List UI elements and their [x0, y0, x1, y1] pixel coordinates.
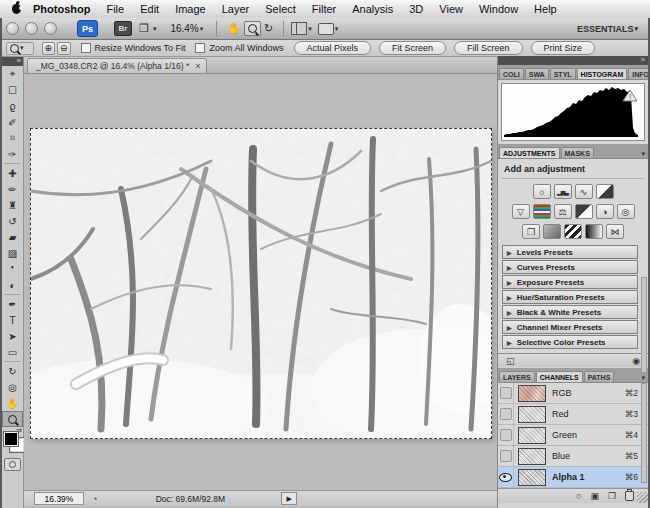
menu-photoshop[interactable]: Photoshop [25, 3, 98, 15]
crop-tool[interactable]: ⌗ [2, 130, 23, 146]
history-brush-tool[interactable]: ↺ [2, 213, 23, 229]
foreground-color-swatch[interactable] [4, 432, 18, 446]
black-white-presets-row[interactable]: ▶Black & White Presets [502, 305, 638, 319]
channel-row-rgb[interactable]: RGB ⌘2 [498, 383, 648, 404]
menu-3d[interactable]: 3D [401, 3, 431, 15]
channel-mixer-icon[interactable]: ◎ [617, 204, 635, 219]
type-tool[interactable]: T [2, 312, 23, 328]
arrange-documents-icon[interactable] [291, 22, 307, 35]
status-menu-icon[interactable]: ◔ [92, 494, 97, 504]
visibility-toggle[interactable] [498, 425, 514, 445]
tab-histogram[interactable]: HISTOGRAM [577, 68, 628, 79]
hue-saturation-presets-row[interactable]: ▶Hue/Saturation Presets [502, 290, 638, 304]
workspace-switcher[interactable]: ESSENTIALS ▾ [577, 24, 644, 34]
photo-filter-icon[interactable]: ◑ [596, 204, 614, 219]
expand-panel-icon[interactable]: ◱ [506, 356, 515, 366]
invert-icon[interactable]: ❒ [522, 224, 540, 239]
visibility-toggle[interactable] [498, 446, 514, 466]
zoom-out-button[interactable]: ⊖ [57, 42, 71, 55]
blur-tool[interactable]: ❜ [2, 261, 23, 277]
lasso-tool[interactable]: ϱ [2, 98, 23, 114]
menu-analysis[interactable]: Analysis [344, 3, 401, 15]
fill-screen-button[interactable]: Fill Screen [454, 41, 523, 55]
curves-icon[interactable]: ∿ [575, 184, 593, 199]
visibility-toggle[interactable] [498, 404, 514, 424]
path-selection-tool[interactable]: ➤ [2, 328, 23, 344]
curves-presets-row[interactable]: ▶Curves Presets [502, 260, 638, 274]
tab-layers[interactable]: LAYERS [499, 371, 535, 382]
tab-styles[interactable]: STYL [550, 68, 576, 79]
selective-color-presets-row[interactable]: ▶Selective Color Presets [502, 335, 638, 349]
close-icon[interactable]: × [195, 61, 200, 71]
delete-channel-icon[interactable] [625, 491, 634, 501]
toolbox-collapse-button[interactable]: » [2, 57, 23, 66]
status-bar-menu-arrow[interactable]: ▶ [281, 492, 296, 505]
channel-row-blue[interactable]: Blue ⌘5 [498, 446, 648, 467]
exposure-presets-row[interactable]: ▶Exposure Presets [502, 275, 638, 289]
print-size-button[interactable]: Print Size [531, 41, 596, 55]
brightness-contrast-icon[interactable]: ☼ [533, 184, 551, 199]
black-white-icon[interactable] [575, 204, 593, 219]
tab-channels[interactable]: CHANNELS [536, 371, 583, 382]
presets-scrollbar[interactable] [641, 277, 647, 373]
visibility-toggle[interactable] [498, 383, 514, 403]
panel-menu-icon[interactable]: ▾ [638, 374, 648, 382]
zoom-tool-button[interactable] [244, 21, 261, 36]
3d-rotate-tool[interactable]: ↻ [2, 363, 23, 379]
zoom-percentage-field[interactable] [34, 492, 84, 505]
visibility-toggle[interactable] [498, 467, 514, 487]
eyedropper-tool[interactable]: ✑ [2, 146, 23, 162]
shape-tool[interactable]: ▭ [2, 344, 23, 360]
channel-mixer-presets-row[interactable]: ▶Channel Mixer Presets [502, 320, 638, 334]
save-selection-as-channel-icon[interactable]: ▣ [590, 491, 599, 501]
tab-masks[interactable]: MASKS [561, 147, 594, 158]
menu-edit[interactable]: Edit [132, 3, 167, 15]
eraser-tool[interactable]: ▰ [2, 229, 23, 245]
tab-info[interactable]: INFO [628, 68, 648, 79]
vibrance-icon[interactable]: ▽ [512, 204, 530, 219]
dodge-tool[interactable]: ◐ [2, 277, 23, 293]
hue-saturation-icon[interactable] [533, 204, 551, 219]
zoom-all-windows-checkbox[interactable] [195, 43, 205, 53]
screen-mode-icon[interactable] [318, 23, 334, 35]
tab-color[interactable]: COLI [499, 68, 524, 79]
menu-view[interactable]: View [431, 3, 471, 15]
load-selection-icon[interactable]: ○ [576, 491, 581, 501]
panel-menu-icon[interactable]: ▾ [638, 150, 648, 158]
document-tab[interactable]: _MG_0348.CR2 @ 16.4% (Alpha 1/16) * × [27, 58, 207, 73]
fit-screen-button[interactable]: Fit Screen [379, 41, 446, 55]
tab-swatches[interactable]: SWA [525, 68, 549, 79]
chevron-down-icon[interactable]: ▾ [200, 25, 204, 33]
canvas-image[interactable] [30, 128, 492, 439]
menu-image[interactable]: Image [167, 3, 214, 15]
quick-mask-button[interactable] [4, 458, 21, 471]
toggle-layer-visibility-icon[interactable]: ◉ [632, 356, 640, 366]
apple-menu-icon[interactable] [12, 4, 21, 14]
3d-orbit-tool[interactable]: ◎ [2, 379, 23, 395]
actual-pixels-button[interactable]: Actual Pixels [294, 41, 372, 55]
quick-selection-tool[interactable]: ✐ [2, 114, 23, 130]
pen-tool[interactable]: ✒ [2, 296, 23, 312]
hand-tool[interactable]: ✋ [2, 395, 23, 411]
healing-brush-tool[interactable]: ✚ [2, 165, 23, 181]
channel-row-green[interactable]: Green ⌘4 [498, 425, 648, 446]
levels-presets-row[interactable]: ▶Levels Presets [502, 245, 638, 259]
window-zoom-button[interactable] [44, 22, 57, 35]
rotate-view-tool-icon[interactable]: ↻ [264, 23, 273, 34]
selective-color-icon[interactable]: ⋈ [606, 224, 624, 239]
chevron-down-icon[interactable]: ▾ [335, 25, 339, 33]
bridge-stack-icon[interactable]: ❐ [139, 23, 149, 34]
menu-file[interactable]: File [98, 3, 132, 15]
gradient-tool[interactable]: ▨ [2, 245, 23, 261]
new-channel-icon[interactable]: ❐ [608, 491, 616, 501]
menu-layer[interactable]: Layer [214, 3, 258, 15]
menu-filter[interactable]: Filter [304, 3, 344, 15]
menu-select[interactable]: Select [257, 3, 304, 15]
chevron-down-icon[interactable]: ▾ [308, 25, 312, 33]
chevron-down-icon[interactable]: ▾ [153, 25, 157, 33]
channels-scrollbar[interactable] [641, 383, 647, 483]
dock-collapse-button[interactable]: » [498, 56, 648, 65]
zoom-level-combo[interactable]: 16.4% [170, 23, 198, 34]
color-balance-icon[interactable]: ⚖ [554, 204, 572, 219]
channel-row-alpha1-selected[interactable]: Alpha 1 ⌘6 [498, 467, 648, 488]
